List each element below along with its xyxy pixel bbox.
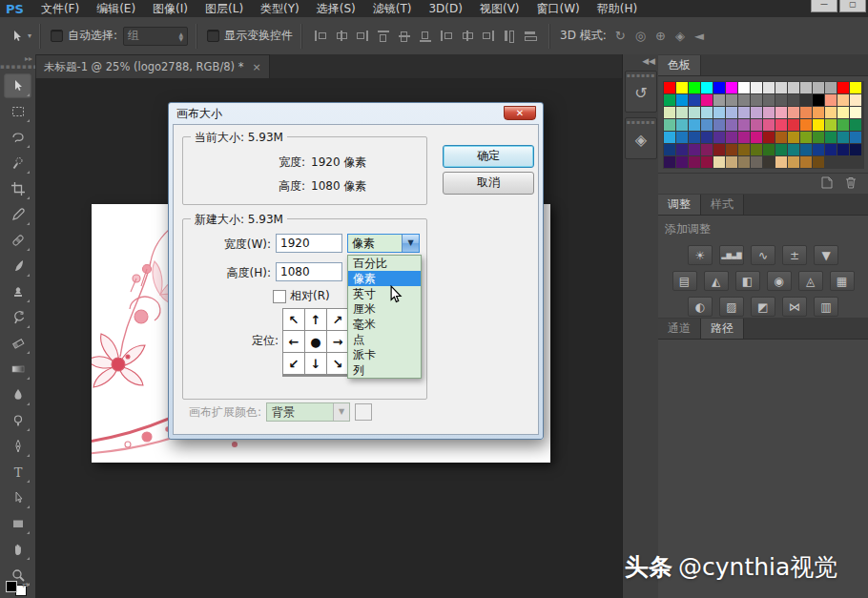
swatch[interactable] bbox=[726, 119, 737, 131]
lasso-tool[interactable] bbox=[4, 125, 31, 150]
path-selection-tool[interactable] bbox=[4, 485, 31, 510]
menu-item[interactable]: 窗口(W) bbox=[528, 0, 589, 17]
pen-tool[interactable] bbox=[4, 434, 31, 459]
swatch[interactable] bbox=[813, 107, 824, 118]
align-left-edges-icon[interactable] bbox=[314, 30, 327, 42]
swatch[interactable] bbox=[850, 144, 861, 155]
align-right-edges-icon[interactable] bbox=[356, 30, 369, 42]
foreground-background-colors[interactable]: ⇄ bbox=[6, 581, 29, 596]
distribute-center-icon[interactable] bbox=[461, 30, 474, 42]
swatch[interactable] bbox=[763, 94, 775, 106]
blur-tool[interactable] bbox=[4, 382, 31, 407]
auto-select-target-dropdown[interactable]: 组 ▲▼ bbox=[123, 27, 188, 46]
swatch[interactable] bbox=[726, 107, 737, 118]
swatch[interactable] bbox=[813, 156, 824, 168]
rectangle-tool[interactable] bbox=[4, 511, 31, 536]
swatch[interactable] bbox=[664, 156, 675, 168]
distribute-vertical-icon[interactable] bbox=[503, 30, 516, 42]
threshold-icon[interactable]: ◩ bbox=[751, 297, 775, 317]
swatch[interactable] bbox=[800, 94, 812, 106]
swatch[interactable] bbox=[738, 156, 750, 168]
dialog-close-button[interactable]: ✕ bbox=[504, 106, 536, 120]
tab-channels[interactable]: 通道 bbox=[658, 319, 701, 339]
swatch[interactable] bbox=[751, 156, 762, 168]
healing-brush-tool[interactable] bbox=[4, 228, 31, 253]
3d-panel-icon[interactable]: ▪▪▪▪▪▪ ◈ bbox=[625, 117, 657, 159]
levels-icon[interactable]: ▂▆▃▇ bbox=[719, 245, 744, 265]
swatch[interactable] bbox=[713, 132, 725, 143]
hand-tool[interactable] bbox=[4, 537, 31, 562]
anchor-cell[interactable]: ↘ bbox=[327, 353, 348, 374]
menu-item[interactable]: 文件(F) bbox=[32, 0, 88, 17]
swatch[interactable] bbox=[664, 119, 675, 131]
maximize-button[interactable]: ▢ bbox=[839, 0, 866, 12]
swatch[interactable] bbox=[788, 119, 799, 131]
swatch[interactable] bbox=[800, 107, 812, 118]
quick-selection-tool[interactable] bbox=[4, 151, 31, 175]
swatch[interactable] bbox=[837, 94, 849, 106]
unit-option[interactable]: 百分比 bbox=[348, 256, 421, 271]
dialog-title[interactable]: 画布大小 bbox=[169, 103, 543, 124]
anchor-cell[interactable]: ← bbox=[283, 331, 304, 352]
move-tool[interactable] bbox=[4, 73, 31, 98]
menu-item[interactable]: 编辑(E) bbox=[88, 0, 144, 17]
swatch[interactable] bbox=[713, 156, 725, 168]
swatch[interactable] bbox=[738, 119, 750, 131]
ok-button[interactable]: 确定 bbox=[443, 145, 534, 168]
channel-mixer-icon[interactable]: ◬ bbox=[798, 271, 823, 291]
toolbar-grip[interactable]: ▪▪▪▪▪▪▪▪ bbox=[0, 63, 35, 72]
swatch[interactable] bbox=[713, 82, 725, 93]
swatch[interactable] bbox=[751, 94, 762, 106]
swatch[interactable] bbox=[713, 144, 725, 155]
swatch[interactable] bbox=[664, 144, 675, 155]
swatch[interactable] bbox=[775, 107, 787, 118]
menu-item[interactable]: 选择(S) bbox=[308, 0, 364, 17]
align-vertical-centers-icon[interactable] bbox=[398, 30, 411, 42]
tab-styles[interactable]: 样式 bbox=[701, 195, 744, 215]
unit-option[interactable]: 厘米 bbox=[348, 301, 421, 317]
swatch[interactable] bbox=[788, 107, 799, 118]
vibrance-icon[interactable]: ▼ bbox=[814, 245, 838, 265]
distribute-left-icon[interactable] bbox=[440, 30, 453, 42]
swatch[interactable] bbox=[713, 119, 725, 131]
anchor-cell[interactable]: ● bbox=[305, 331, 326, 352]
swatch[interactable] bbox=[751, 144, 762, 155]
swatch[interactable] bbox=[701, 119, 713, 131]
swatch[interactable] bbox=[775, 144, 787, 155]
dropdown-arrow-icon[interactable]: ▼ bbox=[402, 235, 419, 252]
extension-color-dropdown[interactable]: 背景 ▼ bbox=[266, 402, 350, 422]
swatch[interactable] bbox=[850, 132, 861, 143]
swatch[interactable] bbox=[676, 132, 688, 143]
unit-option[interactable]: 英寸 bbox=[348, 286, 421, 301]
swatch[interactable] bbox=[788, 132, 799, 143]
show-transform-checkbox[interactable] bbox=[207, 30, 219, 42]
brightness-contrast-icon[interactable]: ☀ bbox=[688, 245, 713, 265]
align-horizontal-centers-icon[interactable] bbox=[335, 30, 348, 42]
swatch[interactable] bbox=[726, 132, 737, 143]
swatch[interactable] bbox=[825, 94, 837, 106]
auto-select-checkbox[interactable] bbox=[51, 30, 63, 42]
color-lookup-icon[interactable]: ▦ bbox=[830, 271, 855, 291]
swatch[interactable] bbox=[689, 82, 700, 93]
selective-color-icon[interactable]: ▥ bbox=[814, 297, 838, 317]
anchor-cell[interactable]: ↖ bbox=[283, 309, 304, 330]
swatch[interactable] bbox=[664, 107, 675, 118]
swatch[interactable] bbox=[800, 119, 812, 131]
menu-item[interactable]: 类型(Y) bbox=[252, 0, 308, 17]
width-input[interactable]: 1920 bbox=[276, 234, 342, 253]
swatch[interactable] bbox=[813, 82, 824, 93]
swatch[interactable] bbox=[800, 144, 812, 155]
swatch[interactable] bbox=[726, 156, 737, 168]
new-swatch-icon[interactable] bbox=[820, 176, 834, 189]
align-bottom-edges-icon[interactable] bbox=[419, 30, 432, 42]
swatch[interactable] bbox=[689, 144, 700, 155]
swatch[interactable] bbox=[775, 94, 787, 106]
swatch[interactable] bbox=[788, 94, 799, 106]
swatch[interactable] bbox=[689, 94, 700, 106]
unit-option[interactable]: 列 bbox=[348, 362, 421, 378]
brush-tool[interactable] bbox=[4, 254, 31, 278]
swatch[interactable] bbox=[664, 132, 675, 143]
swatch[interactable] bbox=[788, 82, 799, 93]
swatch[interactable] bbox=[751, 82, 762, 93]
swatch[interactable] bbox=[676, 94, 688, 106]
